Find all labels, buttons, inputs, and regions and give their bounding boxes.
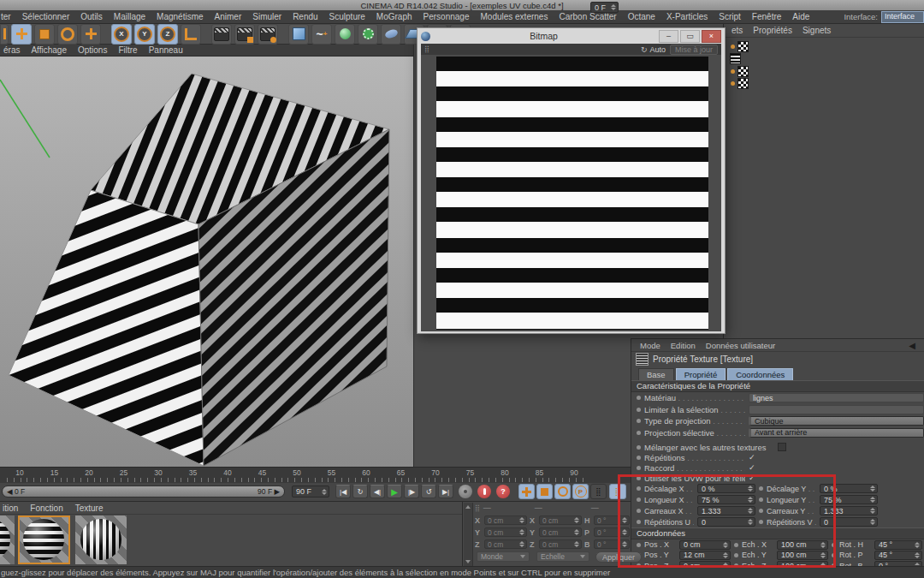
- menu-item[interactable]: Animer: [215, 12, 242, 21]
- key-points-button[interactable]: ⣿: [590, 484, 607, 499]
- material-menu-item[interactable]: ition: [3, 504, 18, 513]
- anim-dot-icon[interactable]: [637, 466, 641, 470]
- menu-item[interactable]: Maillage: [114, 12, 145, 21]
- menu-item[interactable]: Octane: [628, 12, 655, 21]
- render-to-picture-viewer-button[interactable]: [234, 24, 255, 45]
- move-tool-button[interactable]: [11, 24, 32, 45]
- current-frame-field[interactable]: 0 F: [590, 2, 619, 13]
- rotate-tool-button[interactable]: [57, 24, 78, 45]
- material-thumbnail-lignes-selected[interactable]: [18, 515, 70, 564]
- 3d-viewport[interactable]: [0, 57, 413, 467]
- record-disabled-button[interactable]: [459, 485, 472, 498]
- materiau-field[interactable]: lignes: [749, 393, 924, 402]
- anim-dot-icon[interactable]: [637, 408, 641, 412]
- interface-dropdown[interactable]: Interface: [881, 11, 924, 23]
- auto-update-toggle[interactable]: ↻ Auto: [641, 45, 666, 54]
- viewport-menu-item[interactable]: éras: [3, 45, 20, 55]
- layer-dot-icon[interactable]: [731, 69, 735, 74]
- coordinate-system-button[interactable]: [181, 24, 201, 45]
- layer-dot-icon[interactable]: [731, 45, 735, 49]
- menu-item[interactable]: Rendu: [293, 12, 317, 21]
- menu-item[interactable]: Fenêtre: [752, 12, 781, 21]
- menu-item[interactable]: Magnétisme: [157, 12, 203, 21]
- menu-item[interactable]: Sculpture: [329, 12, 365, 21]
- add-spline-button[interactable]: ~+: [311, 24, 332, 45]
- update-button[interactable]: Mise à jour: [670, 45, 718, 55]
- object-row[interactable]: [730, 53, 741, 64]
- menu-item[interactable]: Simuler: [252, 12, 281, 21]
- preview-range-slider[interactable]: ◀ 0 F 90 F ▶: [2, 486, 285, 498]
- go-to-end-button[interactable]: ▶|: [438, 485, 453, 498]
- add-cube-button[interactable]: [288, 24, 309, 45]
- size-y-field[interactable]: 0 cm: [539, 527, 582, 537]
- maximize-button[interactable]: ▭: [680, 30, 700, 43]
- space-dropdown[interactable]: Monde: [477, 551, 530, 562]
- viewport-menu-item[interactable]: Affichage: [31, 45, 67, 55]
- menu-edition[interactable]: Edition: [671, 341, 696, 350]
- uvw-tag-icon[interactable]: [737, 41, 749, 52]
- position-y-field[interactable]: 0 cm: [484, 527, 527, 537]
- last-tool-button[interactable]: [80, 24, 101, 45]
- bitmap-window-titlebar[interactable]: Bitmap – ▭ ×: [418, 28, 725, 44]
- render-view-button[interactable]: [211, 24, 232, 45]
- undo-tool-partial-icon[interactable]: [0, 24, 9, 45]
- uvw-tag-icon[interactable]: [737, 78, 749, 89]
- render-settings-button[interactable]: [258, 24, 278, 45]
- loop-mode-button[interactable]: ↺: [421, 485, 436, 498]
- position-z-field[interactable]: 0 cm: [484, 539, 527, 549]
- melanger-checkbox[interactable]: [778, 443, 786, 451]
- menu-item[interactable]: Script: [719, 12, 741, 21]
- size-x-field[interactable]: 0 cm: [539, 515, 582, 525]
- position-x-field[interactable]: 0 cm: [484, 515, 527, 525]
- scroll-up-icon[interactable]: [465, 505, 471, 509]
- scrollbar[interactable]: [464, 503, 473, 566]
- lock-y-axis-button[interactable]: Y: [134, 24, 155, 45]
- history-back-icon[interactable]: ◀: [909, 341, 915, 350]
- menu-item[interactable]: Personnage: [424, 12, 470, 21]
- previous-frame-button[interactable]: ◀|: [370, 485, 385, 498]
- autokey-help-button[interactable]: ?: [496, 485, 510, 498]
- material-thumbnail-vertical-stripes[interactable]: [75, 515, 127, 564]
- viewport-menu-item[interactable]: Filtre: [118, 45, 137, 55]
- scale-tool-button[interactable]: [34, 24, 55, 45]
- key-scale-button[interactable]: [536, 484, 553, 499]
- object-row[interactable]: [731, 78, 749, 89]
- key-parameters-button[interactable]: P: [572, 484, 589, 499]
- menu-item[interactable]: Outils: [80, 12, 103, 21]
- menu-item[interactable]: Modules externes: [480, 12, 548, 21]
- object-row[interactable]: [731, 66, 749, 77]
- material-menu-item[interactable]: Fonction: [30, 504, 62, 513]
- bitmap-viewer-window[interactable]: Bitmap – ▭ × ⣿ ↻ Auto Mise à jour: [417, 27, 726, 334]
- key-position-button[interactable]: [518, 484, 535, 499]
- material-thumbnail-partial[interactable]: [0, 515, 15, 564]
- add-modeling-object-button[interactable]: [381, 24, 401, 45]
- layer-dot-icon[interactable]: [731, 81, 735, 86]
- lock-z-axis-button[interactable]: Z: [157, 24, 178, 45]
- menu-item[interactable]: X-Particles: [666, 12, 708, 21]
- rot-h-field[interactable]: 45 °: [874, 540, 922, 550]
- menu-item[interactable]: Aide: [792, 12, 809, 21]
- play-button[interactable]: ▶: [387, 485, 402, 498]
- viewport-menu-item[interactable]: Panneau: [149, 45, 183, 55]
- menu-item[interactable]: Sélectionner: [22, 12, 70, 21]
- menu-item[interactable]: MoGraph: [376, 12, 412, 21]
- timeline-ruler[interactable]: 1015202530354045505560657075808590: [0, 467, 631, 483]
- close-button[interactable]: ×: [702, 30, 721, 43]
- key-rotation-button[interactable]: [554, 484, 571, 499]
- cube-left-face[interactable]: [9, 190, 204, 466]
- object-manager-menu-item[interactable]: Propriétés: [753, 26, 792, 35]
- object-manager-menu-item[interactable]: ets: [732, 26, 743, 35]
- projection-selective-dropdown[interactable]: Avant et arrière: [749, 428, 924, 438]
- menu-mode[interactable]: Mode: [640, 341, 660, 350]
- menu-item[interactable]: ter: [1, 12, 11, 21]
- menu-user-data[interactable]: Données utilisateur: [706, 341, 775, 350]
- add-deformer-button[interactable]: [358, 24, 378, 45]
- object-manager-menu-item[interactable]: Signets: [803, 26, 831, 35]
- add-generator-button[interactable]: [335, 24, 355, 45]
- uvw-tag-icon[interactable]: [737, 66, 749, 77]
- rot-p-field[interactable]: 45 °: [874, 551, 922, 560]
- limiter-field[interactable]: [749, 405, 924, 414]
- grid-handle-icon[interactable]: ⣿: [424, 45, 429, 53]
- anim-dot-icon[interactable]: [637, 456, 641, 460]
- play-backwards-button[interactable]: ↻: [352, 485, 368, 498]
